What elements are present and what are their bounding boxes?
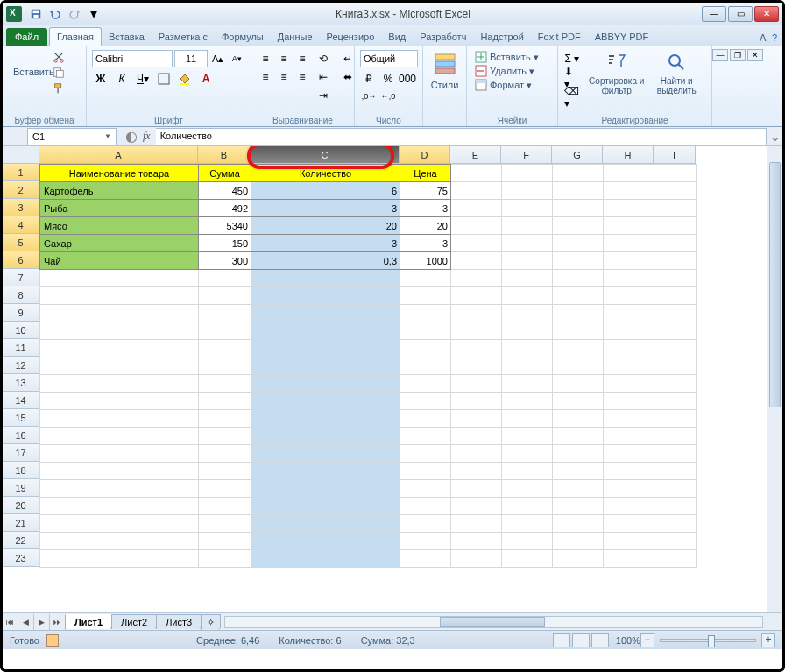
row-header-5[interactable]: 5 — [3, 234, 39, 251]
row-header-6[interactable]: 6 — [3, 251, 39, 269]
cell-G13[interactable] — [553, 375, 604, 393]
cell-B4[interactable]: 5340 — [199, 217, 251, 235]
cell-I20[interactable] — [654, 498, 697, 515]
column-header-E[interactable]: E — [450, 146, 501, 164]
cell-A9[interactable] — [40, 305, 199, 322]
maximize-button[interactable]: ▭ — [728, 6, 753, 22]
cell-G22[interactable] — [553, 533, 604, 550]
cell-B9[interactable] — [199, 305, 251, 322]
row-header-9[interactable]: 9 — [3, 304, 39, 322]
row-header-21[interactable]: 21 — [3, 514, 39, 532]
cell-H10[interactable] — [604, 322, 654, 340]
cell-F7[interactable] — [502, 270, 553, 287]
sheet-tab[interactable]: Лист3 — [156, 614, 202, 629]
cell-I8[interactable] — [654, 287, 697, 305]
cell-I16[interactable] — [654, 428, 697, 445]
cell-F9[interactable] — [502, 305, 553, 322]
cell-F17[interactable] — [502, 445, 553, 463]
qat-redo-button[interactable] — [66, 6, 83, 22]
decrease-indent-button[interactable]: ⇤ — [315, 68, 332, 86]
cell-D21[interactable] — [400, 515, 451, 533]
ribbon-tab[interactable]: Данные — [271, 28, 320, 46]
cell-G17[interactable] — [553, 445, 604, 463]
cell-D19[interactable] — [400, 480, 451, 498]
cell-A5[interactable]: Сахар — [40, 235, 199, 252]
cell-F10[interactable] — [502, 322, 553, 340]
number-format-combo[interactable] — [360, 50, 418, 67]
column-header-B[interactable]: B — [198, 146, 251, 164]
cell-B13[interactable] — [199, 375, 251, 393]
cell-C19[interactable] — [251, 480, 400, 498]
cell-B11[interactable] — [199, 340, 251, 357]
sheet-nav-first-button[interactable]: ⏮ — [3, 614, 18, 630]
percent-button[interactable]: % — [379, 70, 397, 88]
row-header-1[interactable]: 1 — [3, 164, 39, 181]
cell-C8[interactable] — [251, 287, 400, 305]
cell-H1[interactable] — [604, 165, 654, 182]
cell-D9[interactable] — [400, 305, 451, 322]
row-header-15[interactable]: 15 — [3, 409, 39, 427]
cell-E7[interactable] — [451, 270, 502, 287]
cell-H18[interactable] — [604, 463, 654, 480]
cell-A3[interactable]: Рыба — [40, 200, 199, 217]
cell-I9[interactable] — [654, 305, 697, 322]
cell-A21[interactable] — [40, 515, 199, 533]
cell-G6[interactable] — [553, 252, 604, 270]
row-header-16[interactable]: 16 — [3, 427, 39, 444]
cell-H3[interactable] — [604, 200, 654, 217]
cell-G19[interactable] — [553, 480, 604, 498]
cell-F13[interactable] — [502, 375, 553, 393]
cell-D14[interactable] — [400, 393, 451, 410]
cell-G2[interactable] — [553, 182, 604, 200]
cell-A2[interactable]: Картофель — [40, 182, 199, 200]
cell-C4[interactable]: 20 — [251, 217, 400, 235]
cell-D11[interactable] — [400, 340, 451, 357]
cell-E8[interactable] — [451, 287, 502, 305]
orientation-button[interactable]: ⟲ — [315, 50, 332, 67]
cell-E22[interactable] — [451, 533, 502, 550]
cell-B20[interactable] — [199, 498, 251, 515]
cell-G4[interactable] — [553, 217, 604, 235]
cell-D16[interactable] — [400, 428, 451, 445]
cell-I10[interactable] — [654, 322, 697, 340]
comma-button[interactable]: 000 — [399, 70, 416, 88]
row-header-8[interactable]: 8 — [3, 286, 39, 304]
delete-cells-button[interactable]: Удалить ▾ — [472, 64, 552, 78]
cell-H7[interactable] — [604, 270, 654, 287]
cell-C22[interactable] — [251, 533, 400, 550]
cell-H19[interactable] — [604, 480, 654, 498]
cell-A4[interactable]: Мясо — [40, 217, 199, 235]
font-color-button[interactable]: A — [197, 70, 215, 88]
zoom-level[interactable]: 100% — [616, 635, 640, 646]
qat-undo-button[interactable] — [46, 6, 64, 22]
sheet-nav-last-button[interactable]: ⏭ — [50, 614, 66, 630]
formula-bar-expand-button[interactable]: ⌄ — [767, 128, 782, 145]
cell-G20[interactable] — [553, 498, 604, 515]
cell-I23[interactable] — [654, 550, 697, 568]
paste-button[interactable]: Вставить — [8, 50, 50, 94]
cell-G14[interactable] — [553, 393, 604, 410]
vertical-scroll-thumb[interactable] — [769, 162, 781, 407]
cell-B21[interactable] — [199, 515, 251, 533]
clear-button[interactable]: ⌫ ▾ — [563, 88, 581, 106]
cell-A14[interactable] — [40, 393, 199, 410]
cell-C11[interactable] — [251, 340, 400, 357]
increase-decimal-button[interactable]: ,0→ — [360, 88, 378, 105]
cell-A18[interactable] — [40, 463, 199, 480]
cell-B12[interactable] — [199, 357, 251, 375]
cell-E13[interactable] — [451, 375, 502, 393]
cell-B17[interactable] — [199, 445, 251, 463]
cell-D10[interactable] — [400, 322, 451, 340]
cell-D20[interactable] — [400, 498, 451, 515]
row-header-12[interactable]: 12 — [3, 357, 39, 374]
cell-E3[interactable] — [451, 200, 502, 217]
cell-C3[interactable]: 3 — [251, 200, 400, 217]
fx-icon[interactable]: fx — [143, 130, 151, 143]
cell-H13[interactable] — [604, 375, 654, 393]
cell-F12[interactable] — [502, 357, 553, 375]
styles-button[interactable]: Стили — [428, 50, 461, 91]
cell-I2[interactable] — [654, 182, 697, 200]
cell-E16[interactable] — [451, 428, 502, 445]
zoom-out-button[interactable]: − — [640, 633, 654, 647]
horizontal-scroll-thumb[interactable] — [440, 617, 545, 627]
